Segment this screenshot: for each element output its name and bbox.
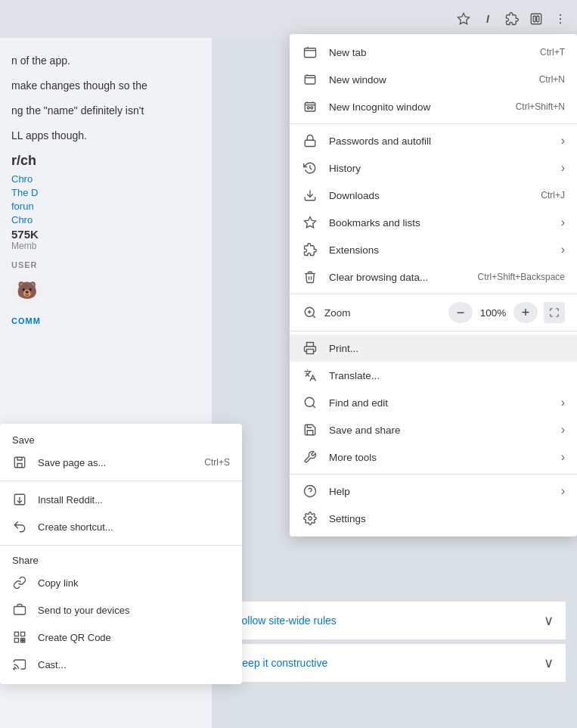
- downloads-label: Downloads: [329, 190, 530, 201]
- svg-point-5: [560, 18, 561, 20]
- more-tools-item[interactable]: More tools ›: [290, 443, 577, 471]
- more-tools-icon: [302, 449, 318, 465]
- menu-divider-4: [290, 474, 577, 474]
- page-link-1[interactable]: Chro: [11, 173, 231, 185]
- translate-icon: [302, 367, 318, 384]
- install-reddit-item[interactable]: Install Reddit...: [0, 486, 242, 513]
- extensions-arrow: ›: [561, 243, 565, 257]
- zoom-minus-button[interactable]: −: [448, 302, 473, 323]
- svg-marker-25: [305, 217, 316, 228]
- passwords-arrow: ›: [561, 134, 565, 148]
- svg-rect-16: [23, 639, 25, 640]
- save-share-item[interactable]: Save and share ›: [290, 416, 577, 443]
- svg-rect-1: [531, 14, 541, 24]
- rule-1[interactable]: Follow site-wide rules ∨: [223, 602, 566, 639]
- new-tab-label: New tab: [329, 47, 529, 58]
- translate-item[interactable]: Translate...: [290, 362, 577, 389]
- star-icon[interactable]: [453, 8, 474, 30]
- profile-icon[interactable]: [526, 8, 547, 30]
- new-tab-shortcut: Ctrl+T: [540, 47, 565, 58]
- submenu-divider-2: [0, 545, 242, 546]
- page-text-1: n of the app.: [11, 53, 231, 69]
- page-link-4[interactable]: Chro: [11, 214, 231, 226]
- page-text-3: ng the "name" definitely isn't: [11, 103, 231, 119]
- settings-label: Settings: [329, 513, 565, 524]
- create-shortcut-label: Create shortcut...: [38, 521, 113, 533]
- page-link-2[interactable]: The D: [11, 187, 231, 198]
- extensions-item[interactable]: Extensions ›: [290, 236, 577, 263]
- bookmarks-item[interactable]: Bookmarks and lists ›: [290, 209, 577, 236]
- extension-icon[interactable]: [501, 8, 523, 30]
- svg-rect-10: [14, 632, 18, 636]
- bookmarks-label: Bookmarks and lists: [329, 217, 544, 229]
- new-window-shortcut: Ctrl+N: [539, 74, 565, 85]
- history-item[interactable]: History ›: [290, 154, 577, 182]
- rule-2[interactable]: Keep it constructive ∨: [223, 644, 566, 682]
- svg-rect-12: [14, 639, 18, 642]
- svg-line-27: [312, 315, 315, 317]
- zoom-plus-button[interactable]: +: [513, 302, 538, 323]
- svg-point-4: [560, 14, 561, 16]
- share-section-label: Share: [0, 550, 242, 569]
- help-item[interactable]: Help ›: [290, 478, 577, 505]
- new-window-item[interactable]: New window Ctrl+N: [290, 66, 577, 93]
- find-edit-item[interactable]: Find and edit ›: [290, 389, 577, 416]
- member-label: Memb: [11, 241, 231, 251]
- history-icon: [302, 160, 318, 176]
- history-label: History: [329, 163, 544, 174]
- save-share-label: Save and share: [329, 425, 544, 436]
- install-label: Install Reddit...: [38, 494, 103, 506]
- page-text-2: make changes though so the: [11, 78, 231, 94]
- svg-point-21: [307, 107, 309, 109]
- save-share-icon: [302, 422, 318, 438]
- bookmarks-icon: [302, 214, 318, 231]
- svg-point-22: [311, 107, 313, 109]
- svg-rect-14: [23, 641, 25, 642]
- zoom-fullscreen-button[interactable]: [544, 302, 565, 323]
- clear-browsing-item[interactable]: Clear browsing data... Ctrl+Shift+Backsp…: [290, 263, 577, 291]
- svg-rect-9: [14, 607, 26, 615]
- cast-item[interactable]: Cast...: [0, 651, 242, 678]
- save-share-submenu: Save Save page as... Ctrl+S Install Redd…: [0, 424, 242, 684]
- svg-point-6: [560, 22, 561, 23]
- print-icon: [302, 340, 318, 356]
- extensions-label: Extensions: [329, 244, 544, 256]
- print-item[interactable]: Print...: [290, 334, 577, 362]
- page-link-3[interactable]: forun: [11, 201, 231, 212]
- clear-browsing-label: Clear browsing data...: [329, 272, 467, 283]
- create-qr-item[interactable]: Create QR Code: [0, 624, 242, 651]
- member-count: 575K: [11, 228, 231, 241]
- chrome-menu: New tab Ctrl+T New window Ctrl+N New Inc…: [290, 34, 577, 537]
- avatar: 🐻: [11, 275, 42, 306]
- passwords-item[interactable]: Passwords and autofill ›: [290, 127, 577, 154]
- zoom-percent-display: 100%: [479, 307, 507, 319]
- svg-rect-13: [21, 639, 23, 640]
- extensions-icon: [302, 241, 318, 258]
- new-tab-icon: [302, 44, 318, 61]
- incognito-shortcut: Ctrl+Shift+N: [516, 101, 565, 112]
- cast-icon: [12, 657, 27, 672]
- copy-link-item[interactable]: Copy link: [0, 569, 242, 596]
- copy-link-icon: [12, 575, 27, 590]
- create-shortcut-item[interactable]: Create shortcut...: [0, 513, 242, 540]
- svg-rect-7: [14, 457, 25, 468]
- incognito-item[interactable]: New Incognito window Ctrl+Shift+N: [290, 93, 577, 120]
- svg-rect-11: [21, 632, 25, 636]
- settings-item[interactable]: Settings: [290, 505, 577, 532]
- find-edit-label: Find and edit: [329, 397, 544, 409]
- menu-button[interactable]: [550, 8, 571, 30]
- zoom-label: Zoom: [324, 307, 442, 319]
- svg-rect-30: [307, 350, 314, 354]
- find-edit-arrow: ›: [561, 396, 565, 409]
- new-tab-item[interactable]: New tab Ctrl+T: [290, 39, 577, 66]
- send-to-devices-item[interactable]: Send to your devices: [0, 596, 242, 624]
- chevron-down-icon-2: ∨: [544, 655, 554, 671]
- menu-divider-2: [290, 294, 577, 294]
- zoom-icon: [302, 304, 318, 321]
- send-to-devices-label: Send to your devices: [38, 605, 129, 616]
- create-qr-label: Create QR Code: [38, 632, 111, 643]
- downloads-item[interactable]: Downloads Ctrl+J: [290, 182, 577, 209]
- text-cursor-icon[interactable]: I: [477, 8, 498, 30]
- save-page-as-item[interactable]: Save page as... Ctrl+S: [0, 449, 242, 476]
- svg-point-31: [305, 397, 314, 406]
